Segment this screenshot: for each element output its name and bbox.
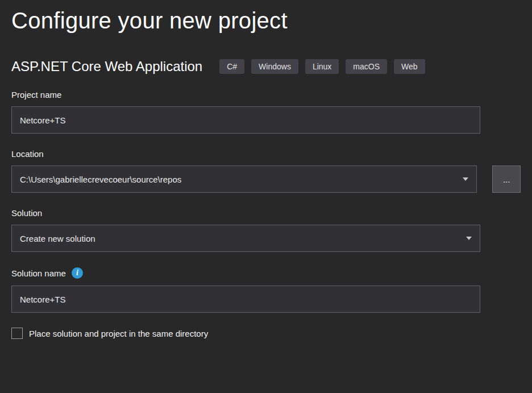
template-name: ASP.NET Core Web Application [11,59,202,75]
solution-name-field: Solution name i [11,267,521,313]
same-directory-option[interactable]: Place solution and project in the same d… [11,328,521,339]
location-value: C:\Users\gabriellecrevecoeur\source\repo… [20,175,181,184]
project-name-label: Project name [11,90,61,100]
solution-field: Solution Create new solution [11,208,521,252]
location-label: Location [11,149,44,159]
solution-combobox[interactable]: Create new solution [11,225,480,252]
solution-value: Create new solution [20,234,95,243]
tag-macos: macOS [346,59,387,74]
solution-name-input[interactable] [11,286,480,313]
browse-button[interactable]: ... [492,166,521,193]
info-icon[interactable]: i [72,267,83,279]
chevron-down-icon [463,177,468,181]
template-header: ASP.NET Core Web Application C# Windows … [11,59,521,75]
tag-linux: Linux [305,59,339,74]
same-directory-checkbox[interactable] [11,328,23,339]
tag-web: Web [394,59,425,74]
solution-label: Solution [11,208,42,218]
tag-csharp: C# [219,59,244,74]
project-name-field: Project name [11,90,521,134]
project-name-input[interactable] [11,106,480,134]
solution-name-label: Solution name [11,268,66,278]
location-combobox[interactable]: C:\Users\gabriellecrevecoeur\source\repo… [11,166,477,193]
chevron-down-icon [466,237,472,240]
location-field: Location C:\Users\gabriellecrevecoeur\so… [11,149,521,193]
configure-project-page: Configure your new project ASP.NET Core … [0,0,532,393]
same-directory-label: Place solution and project in the same d… [29,329,208,338]
tag-windows: Windows [251,59,298,74]
page-title: Configure your new project [11,8,521,34]
